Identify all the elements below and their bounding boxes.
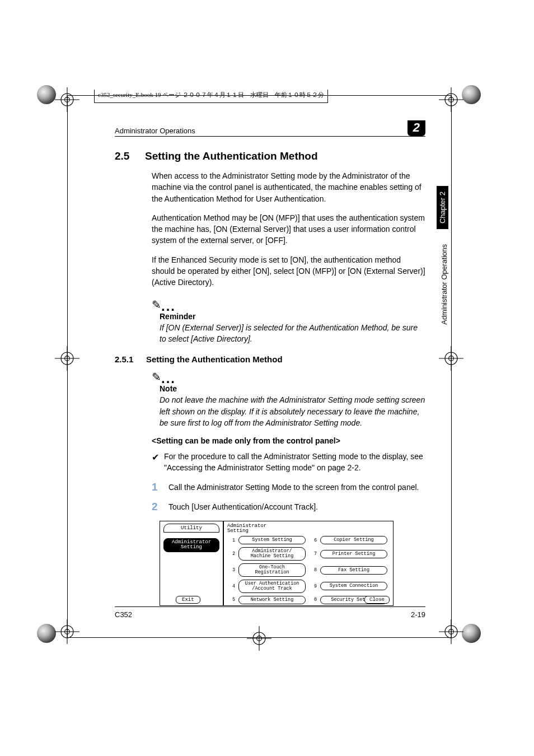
utility-tab[interactable]: Utility [163,524,219,533]
running-header: Administrator Operations 2 [115,120,425,137]
reminder-label: Reminder [160,312,425,321]
side-section-label: Administrator Operations [440,244,448,325]
crop-line [67,637,451,638]
screenshot-left-pane: Utility Administrator Setting Exit [160,521,224,605]
menu-network-setting[interactable]: Network Setting [238,596,306,604]
side-chapter-tab: Chapter 2 [437,186,448,229]
device-screenshot: Utility Administrator Setting Exit Admin… [160,521,394,606]
page-footer: C352 2-19 [115,606,425,619]
menu-copier-setting[interactable]: Copier Setting [320,536,387,544]
reminder-icon: ✎... [152,296,425,312]
menu-system-setting[interactable]: System Setting [238,536,306,544]
crop-line [451,95,452,637]
checklist-item: ✔ For the procedure to call the Administ… [152,451,425,474]
menu-grid: 1 System Setting 6 Copier Setting 2 Admi… [227,536,390,604]
footer-page-number: 2-19 [411,610,425,619]
step-text: Touch [User Authentication/Account Track… [168,501,318,513]
menu-printer-setting[interactable]: Printer Setting [320,550,387,558]
running-header-title: Administrator Operations [115,127,195,135]
tab-line2: Setting [181,544,202,550]
content-area: Administrator Operations 2 2.5Setting th… [115,120,425,606]
corner-dot [462,624,481,643]
menu-fax-setting[interactable]: Fax Setting [320,566,387,575]
menu-num: 2 [227,551,235,557]
check-icon: ✔ [152,451,164,474]
reminder-body: If [ON (External Server)] is selected fo… [160,322,425,345]
corner-dot [37,624,56,643]
section-title: Setting the Authentication Method [145,150,318,162]
menu-admin-machine-setting[interactable]: Administrator/Machine Setting [238,547,306,561]
menu-num: 7 [309,551,317,557]
menu-num: 8 [309,567,317,573]
tab-line1: Administrator [172,539,211,545]
note-label: Note [160,384,425,393]
chapter-number-badge: 2 [407,120,425,136]
menu-num: 3 [227,567,235,573]
corner-dot [462,85,481,104]
note-icon: ✎... [152,368,425,384]
registration-mark [247,626,271,651]
book-source-header: c352_security_E.book 19 ページ ２００７年４月１１日 水… [94,90,328,103]
menu-num: 5 [227,597,235,603]
step-number: 1 [152,482,168,493]
page: c352_security_E.book 19 ページ ２００７年４月１１日 水… [0,0,534,756]
exit-button[interactable]: Exit [176,596,200,604]
paragraph: Authentication Method may be [ON (MFP)] … [152,212,425,246]
note-body: Do not leave the machine with the Admini… [160,394,425,428]
subsection-title: Setting the Authentication Method [146,354,283,364]
instruction-heading: <Setting can be made only from the contr… [152,436,425,445]
pane-title: Administrator Setting [227,524,390,534]
menu-one-touch[interactable]: One-TouchRegistration [238,563,306,577]
close-button[interactable]: Close [364,596,390,604]
footer-model: C352 [115,610,132,619]
corner-dot [37,85,56,104]
menu-num: 9 [309,584,317,589]
step-number: 2 [152,501,168,513]
menu-num: 0 [309,597,317,603]
checklist-text: For the procedure to call the Administra… [164,451,425,474]
paragraph: If the Enhanced Security mode is set to … [152,254,425,288]
menu-user-auth[interactable]: User Authentication/Account Track [238,580,306,593]
crop-line [67,95,68,637]
menu-num: 4 [227,584,235,589]
section-number: 2.5 [115,150,145,162]
subsection-number: 2.5.1 [115,354,146,364]
section-heading: 2.5Setting the Authentication Method [115,150,425,162]
screenshot-right-pane: Administrator Setting 1 System Setting 6… [224,521,393,605]
menu-num: 6 [309,538,317,543]
paragraph: When access to the Administrator Setting… [152,170,425,204]
admin-setting-tab[interactable]: Administrator Setting [163,538,219,553]
subsection-heading: 2.5.1Setting the Authentication Method [115,354,425,364]
pane-title-l2: Setting [227,528,249,534]
step-1: 1 Call the Administrator Setting Mode to… [152,482,425,493]
menu-system-connection[interactable]: System Connection [320,582,387,590]
step-text: Call the Administrator Setting Mode to t… [168,482,419,493]
step-2: 2 Touch [User Authentication/Account Tra… [152,501,425,513]
menu-num: 1 [227,538,235,543]
